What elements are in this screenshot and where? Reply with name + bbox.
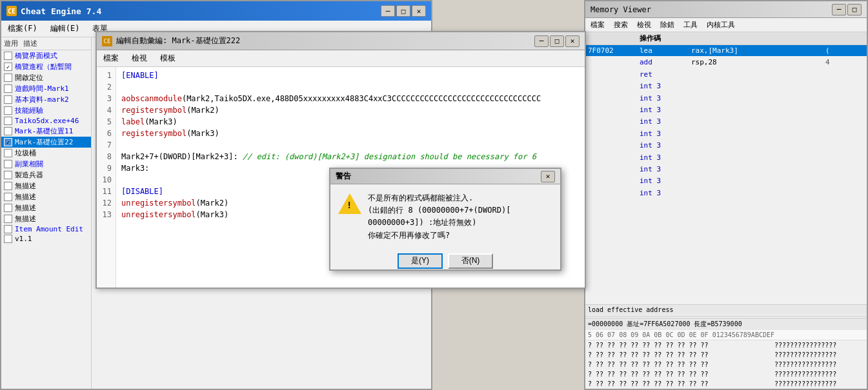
mv-asm-row: int 3 [585, 140, 867, 151]
ce-minimize-button[interactable]: ─ [381, 5, 395, 17]
list-item[interactable]: v1.1 [1, 234, 91, 244]
checkbox[interactable] [4, 149, 12, 157]
wd-close-button[interactable]: ✕ [541, 171, 555, 182]
checkbox[interactable] [4, 63, 12, 71]
list-item[interactable]: Taiko5dx.exe+46 [1, 116, 91, 126]
checkbox[interactable] [4, 52, 12, 60]
se-close-button[interactable]: ✕ [565, 35, 580, 47]
list-item[interactable]: 垃圾桶 [1, 148, 91, 159]
mv-op: int 3 [640, 93, 691, 103]
mv-menu-kernel[interactable]: 内核工具 [704, 19, 738, 30]
mv-asm-row: ret [585, 69, 867, 81]
checkbox[interactable] [4, 127, 12, 135]
mv-addr: 7F0702 [588, 46, 640, 55]
se-minimize-button[interactable]: ─ [534, 35, 549, 47]
mv-menu-tools[interactable]: 工具 [681, 19, 700, 30]
se-titlebar: CE 編輯自動彙編: Mark-基礎位置222 ─ □ ✕ [97, 32, 585, 50]
mv-minimize-button[interactable]: ─ [832, 4, 846, 15]
checkbox[interactable] [4, 235, 12, 243]
list-item[interactable]: 基本資料-mark2 [1, 94, 91, 105]
item-label[interactable]: Mark-基礎位置11 [15, 126, 73, 136]
mv-maximize-button[interactable]: □ [847, 4, 862, 15]
se-maximize-button[interactable]: □ [550, 35, 564, 47]
list-item[interactable]: 橋覽進程（點暫閒 [1, 61, 91, 72]
checkbox[interactable] [4, 160, 12, 168]
item-label[interactable]: 基本資料-mark2 [15, 95, 69, 104]
checkbox[interactable] [4, 225, 12, 233]
se-menu-view[interactable]: 檢視 [128, 52, 151, 65]
wd-no-button[interactable]: 否(N) [448, 253, 493, 269]
mv-separator [585, 316, 867, 317]
item-label[interactable]: 橋覽進程（點暫閒 [15, 62, 72, 72]
mv-hex-row: ? ?? ?? ?? ?? ?? ?? ?? ?? ?? ?? ????????… [585, 350, 867, 360]
mv-addr [588, 57, 640, 67]
ce-left-header: 遊用 描述 [1, 37, 91, 50]
list-item[interactable]: 遊戲時間-Mark1 [1, 83, 91, 94]
se-titlebar-buttons: ─ □ ✕ [534, 35, 580, 47]
item-label[interactable]: 橋覽界面模式 [15, 51, 57, 61]
mv-titlebar-buttons: ─ □ [832, 4, 862, 15]
se-menu-file[interactable]: 檔案 [99, 52, 123, 65]
checkbox[interactable] [4, 106, 12, 115]
mv-menu-debug[interactable]: 除錯 [658, 19, 677, 30]
mv-col-opcode: 操作碼 [640, 34, 691, 43]
list-item[interactable]: 技能經驗 [1, 105, 91, 116]
list-item[interactable]: 無描述 [1, 202, 91, 213]
checkbox[interactable] [4, 95, 12, 104]
checkbox[interactable] [4, 215, 12, 223]
mv-asm-row: add rsp,28 4 [585, 57, 867, 68]
mv-instr [691, 70, 825, 79]
checkbox[interactable] [4, 117, 12, 125]
wd-msg-line1: 不是所有的程式碼都能被注入. [368, 193, 473, 202]
mv-addr [588, 188, 640, 198]
mv-asm-rows[interactable]: 7F0702 lea rax,[Mark3] ( add rsp,28 4 re… [585, 45, 867, 304]
mv-instr: rax,[Mark3] [691, 46, 825, 55]
list-item[interactable]: 副業相關 [1, 159, 91, 170]
mv-addr [588, 129, 640, 139]
item-label[interactable]: Taiko5dx.exe+46 [15, 117, 79, 125]
wd-body: ! 不是所有的程式碼都能被注入. (出錯的行 8 (00000000+7+(DW… [330, 184, 560, 249]
checkbox[interactable] [4, 171, 12, 179]
checkbox[interactable] [4, 193, 12, 201]
list-item[interactable]: 無描述 [1, 191, 91, 202]
checkbox[interactable] [4, 204, 12, 212]
item-label[interactable]: Item Amount Edit [15, 225, 83, 233]
ce-close-button[interactable]: ✕ [412, 5, 426, 17]
mv-op: int 3 [640, 188, 691, 198]
mv-status: load effective address [585, 304, 867, 315]
mv-hex-header: 5 06 07 08 09 0A 0B 0C 0D 0E 0F 01234567… [585, 330, 867, 340]
item-label: 垃圾桶 [15, 148, 36, 158]
mv-addr [588, 141, 640, 150]
mv-asm-row: int 3 [585, 128, 867, 140]
checkbox[interactable] [4, 182, 12, 190]
list-item[interactable]: 製造兵器 [1, 170, 91, 180]
wd-yes-button[interactable]: 是(Y) [398, 253, 443, 269]
list-item[interactable]: 橋覽界面模式 [1, 50, 91, 61]
list-item[interactable]: Mark-基礎位置11 [1, 126, 91, 137]
mv-content: 操作碼 7F0702 lea rax,[Mark3] ( add rsp,28 … [585, 32, 867, 389]
mv-menu-search[interactable]: 搜索 [611, 19, 631, 30]
mv-menu-view[interactable]: 檢視 [634, 19, 654, 30]
list-item[interactable]: 無描述 [1, 180, 91, 191]
list-item[interactable]: 無描述 [1, 213, 91, 224]
item-label[interactable]: 副業相關 [15, 159, 43, 169]
ce-maximize-button[interactable]: □ [396, 5, 410, 17]
ce-menu-edit[interactable]: 編輯(E) [46, 22, 84, 35]
checkbox[interactable] [4, 84, 12, 93]
mv-menu-file[interactable]: 檔案 [588, 19, 607, 30]
item-label[interactable]: 技能經驗 [15, 106, 43, 115]
list-item[interactable]: 開啟定位 [1, 72, 91, 83]
checkbox[interactable] [4, 73, 12, 82]
mv-extra: 4 [825, 57, 864, 67]
memory-viewer-window: Memory Viewer ─ □ 檔案 搜索 檢視 除錯 工具 内核工具 操作… [584, 0, 868, 390]
wd-titlebar: 警告 ✕ [330, 169, 560, 184]
ce-menu-file[interactable]: 檔案(F) [4, 22, 41, 35]
checkbox[interactable] [4, 138, 12, 146]
list-item-selected[interactable]: Mark-基礎位置22 [1, 137, 91, 148]
ce-title: Cheat Engine 7.4 [21, 6, 101, 16]
se-menu-template[interactable]: 模板 [156, 52, 179, 65]
mv-asm-row: int 3 [585, 188, 867, 199]
list-item[interactable]: Item Amount Edit [1, 224, 91, 234]
mv-asm-row: int 3 [585, 93, 867, 104]
item-label[interactable]: 遊戲時間-Mark1 [15, 84, 69, 93]
